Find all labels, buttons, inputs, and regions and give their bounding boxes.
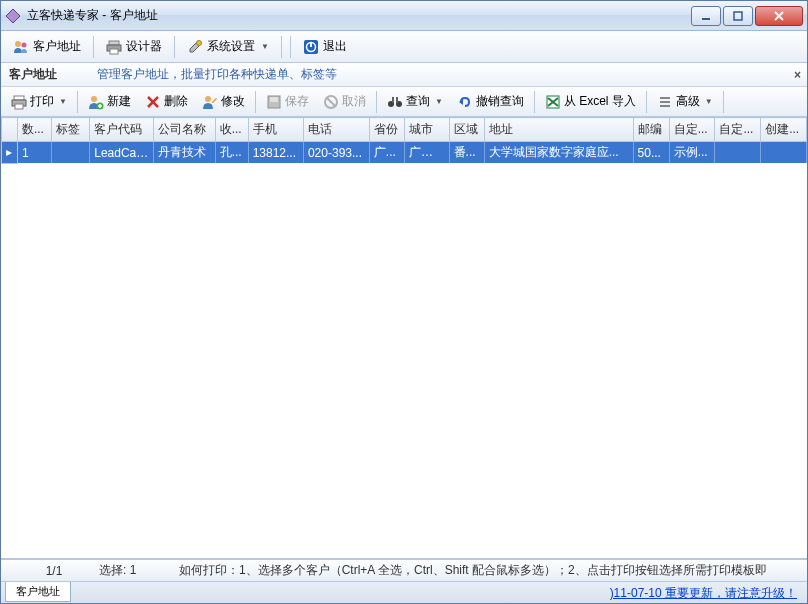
toolbar-separator bbox=[255, 91, 256, 113]
bottom-tab-bar: 客户地址 )11-07-10 重要更新，请注意升级！ bbox=[1, 581, 807, 603]
column-header[interactable]: 自定... bbox=[669, 118, 715, 142]
svg-point-10 bbox=[197, 40, 202, 45]
data-grid[interactable]: 数...标签客户代码公司名称收...手机电话省份城市区域地址邮编自定...自定.… bbox=[1, 117, 807, 559]
minimize-button[interactable] bbox=[691, 6, 721, 26]
close-button[interactable] bbox=[755, 6, 803, 26]
toolbar-separator bbox=[174, 36, 175, 58]
table-cell[interactable]: 示例... bbox=[669, 142, 715, 164]
maximize-button[interactable] bbox=[723, 6, 753, 26]
printer-icon bbox=[106, 39, 122, 55]
person-plus-icon bbox=[88, 94, 104, 110]
customer-address-label: 客户地址 bbox=[33, 38, 81, 55]
column-header[interactable]: 创建... bbox=[761, 118, 807, 142]
person-edit-icon bbox=[202, 94, 218, 110]
subheader-description: 管理客户地址，批量打印各种快递单、标签等 bbox=[97, 66, 337, 83]
settings-button[interactable]: 系统设置 ▼ bbox=[181, 35, 275, 58]
table-cell[interactable]: 50... bbox=[633, 142, 669, 164]
window-title: 立客快递专家 - 客户地址 bbox=[27, 7, 691, 24]
advanced-button[interactable]: 高级 ▼ bbox=[651, 90, 719, 113]
table-cell[interactable]: 广... bbox=[369, 142, 404, 164]
people-icon bbox=[13, 39, 29, 55]
svg-rect-9 bbox=[110, 49, 118, 54]
save-icon bbox=[266, 94, 282, 110]
column-header[interactable]: 邮编 bbox=[633, 118, 669, 142]
table-cell[interactable] bbox=[761, 142, 807, 164]
svg-rect-30 bbox=[392, 97, 394, 103]
action-toolbar: 打印 ▼ 新建 删除 修改 保存 取消 查询 ▼ bbox=[1, 87, 807, 117]
exit-label: 退出 bbox=[323, 38, 347, 55]
main-toolbar: 客户地址 设计器 系统设置 ▼ 退出 bbox=[1, 31, 807, 63]
table-cell[interactable]: 13812... bbox=[248, 142, 303, 164]
svg-point-5 bbox=[15, 41, 21, 47]
designer-label: 设计器 bbox=[126, 38, 162, 55]
svg-rect-25 bbox=[270, 97, 278, 102]
svg-rect-2 bbox=[734, 12, 742, 20]
window-controls bbox=[691, 6, 803, 26]
app-icon bbox=[5, 8, 21, 24]
delete-label: 删除 bbox=[164, 93, 188, 110]
column-header[interactable]: 手机 bbox=[248, 118, 303, 142]
chevron-down-icon: ▼ bbox=[705, 97, 713, 106]
table-cell[interactable]: 广州市 bbox=[404, 142, 449, 164]
svg-rect-7 bbox=[109, 41, 119, 45]
column-header[interactable]: 地址 bbox=[484, 118, 633, 142]
customer-address-button[interactable]: 客户地址 bbox=[7, 35, 87, 58]
column-header[interactable]: 电话 bbox=[303, 118, 369, 142]
update-link[interactable]: )11-07-10 重要更新，请注意升级！ bbox=[610, 585, 797, 602]
excel-import-label: 从 Excel 导入 bbox=[564, 93, 636, 110]
table-cell[interactable]: 番... bbox=[449, 142, 484, 164]
table-cell[interactable] bbox=[715, 142, 761, 164]
chevron-down-icon: ▼ bbox=[435, 97, 443, 106]
svg-point-23 bbox=[205, 96, 211, 102]
new-label: 新建 bbox=[107, 93, 131, 110]
column-header[interactable]: 标签 bbox=[51, 118, 89, 142]
toolbar-separator bbox=[290, 36, 291, 58]
column-header[interactable]: 省份 bbox=[369, 118, 404, 142]
print-button[interactable]: 打印 ▼ bbox=[5, 90, 73, 113]
app-window: 立客快递专家 - 客户地址 客户地址 设计器 系统设置 ▼ 退出 bbox=[0, 0, 808, 604]
delete-icon bbox=[145, 94, 161, 110]
toolbar-separator bbox=[534, 91, 535, 113]
row-indicator: ▸ bbox=[2, 142, 18, 164]
toolbar-separator bbox=[77, 91, 78, 113]
tab-customer-address[interactable]: 客户地址 bbox=[5, 582, 71, 602]
table-cell[interactable]: 020-393... bbox=[303, 142, 369, 164]
status-help: 如何打印：1、选择多个客户（Ctrl+A 全选，Ctrl、Shift 配合鼠标多… bbox=[179, 562, 799, 579]
column-header[interactable]: 收... bbox=[215, 118, 248, 142]
column-header[interactable]: 公司名称 bbox=[154, 118, 216, 142]
table-cell[interactable]: 孔... bbox=[215, 142, 248, 164]
table-cell[interactable]: 大学城国家数字家庭应... bbox=[484, 142, 633, 164]
edit-button[interactable]: 修改 bbox=[196, 90, 251, 113]
column-header[interactable]: 区域 bbox=[449, 118, 484, 142]
table-row[interactable]: ▸1LeadCarry丹青技术孔...13812...020-393...广..… bbox=[2, 142, 807, 164]
designer-button[interactable]: 设计器 bbox=[100, 35, 168, 58]
table-cell[interactable]: LeadCarry bbox=[90, 142, 154, 164]
delete-button[interactable]: 删除 bbox=[139, 90, 194, 113]
excel-import-button[interactable]: 从 Excel 导入 bbox=[539, 90, 642, 113]
query-button[interactable]: 查询 ▼ bbox=[381, 90, 449, 113]
table-cell[interactable]: 1 bbox=[17, 142, 51, 164]
svg-rect-16 bbox=[15, 104, 23, 109]
toolbar-separator bbox=[723, 91, 724, 113]
edit-label: 修改 bbox=[221, 93, 245, 110]
power-icon bbox=[303, 39, 319, 55]
save-button: 保存 bbox=[260, 90, 315, 113]
table-cell[interactable] bbox=[51, 142, 89, 164]
new-button[interactable]: 新建 bbox=[82, 90, 137, 113]
toolbar-separator bbox=[646, 91, 647, 113]
chevron-down-icon: ▼ bbox=[59, 97, 67, 106]
status-page: 1/1 bbox=[9, 564, 99, 578]
subheader-close-icon[interactable]: × bbox=[794, 68, 801, 82]
undo-query-button[interactable]: 撤销查询 bbox=[451, 90, 530, 113]
settings-label: 系统设置 bbox=[207, 38, 255, 55]
table-cell[interactable]: 丹青技术 bbox=[154, 142, 216, 164]
column-header[interactable]: 客户代码 bbox=[90, 118, 154, 142]
wrench-icon bbox=[187, 39, 203, 55]
column-header[interactable]: 数... bbox=[17, 118, 51, 142]
status-selection: 选择: 1 bbox=[99, 562, 179, 579]
undo-query-label: 撤销查询 bbox=[476, 93, 524, 110]
column-header[interactable]: 城市 bbox=[404, 118, 449, 142]
subheader-title: 客户地址 bbox=[9, 66, 57, 83]
exit-button[interactable]: 退出 bbox=[297, 35, 353, 58]
column-header[interactable]: 自定... bbox=[715, 118, 761, 142]
